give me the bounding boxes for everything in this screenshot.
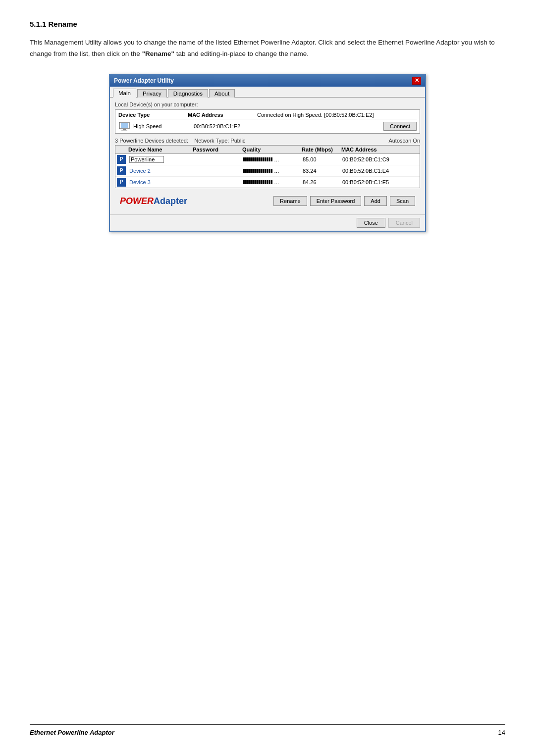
- quality-bars-2: [243, 169, 272, 173]
- device-mac-1: 00:B0:52:0B:C1:C9: [340, 155, 420, 163]
- section-title: 5.1.1 Rename: [30, 20, 505, 28]
- device-pass-1: [192, 158, 241, 160]
- device-name-cell-1: [127, 155, 192, 164]
- device-name-cell-3: Device 3: [127, 178, 192, 186]
- tab-main[interactable]: Main: [113, 89, 136, 98]
- svg-rect-1: [121, 123, 128, 128]
- window-title: Power Adapter Utility: [114, 77, 174, 84]
- main-tab-content: Local Device(s) on your computer: Device…: [110, 98, 425, 214]
- device-quality-2: …: [241, 167, 301, 175]
- device-rate-3: 84.26: [301, 178, 340, 186]
- device-quality-1: …: [241, 155, 301, 163]
- tab-about[interactable]: About: [209, 89, 235, 98]
- device-type: High Speed: [133, 123, 191, 129]
- device-mac-3: 00:B0:52:0B:C1:E5: [340, 178, 420, 186]
- footer-page: 14: [498, 729, 505, 736]
- device-name-cell-2: Device 2: [127, 167, 192, 175]
- col-header-rate: Rate (Mbps): [300, 146, 339, 153]
- col-header-password: Password: [191, 146, 240, 153]
- utility-window: Power Adapter Utility ✕ Main Privacy Dia…: [109, 74, 426, 232]
- bottom-bar: Close Cancel: [110, 214, 425, 231]
- add-btn[interactable]: Add: [364, 196, 387, 206]
- window-content: Main Privacy Diagnostics About Local Dev…: [110, 87, 425, 231]
- svg-rect-3: [121, 130, 127, 131]
- scan-btn[interactable]: Scan: [390, 196, 415, 206]
- powerline-detected: 3 Powerline Devices detected: Network Ty…: [115, 138, 245, 144]
- local-devices-label: Local Device(s) on your computer:: [115, 101, 420, 107]
- col-header-mac: MAC Address: [188, 112, 257, 118]
- devices-info-bar: 3 Powerline Devices detected: Network Ty…: [115, 138, 420, 144]
- table-row: P Device 2: [115, 165, 420, 177]
- local-device-row: High Speed 00:B0:52:0B:C1:E2 Connect: [118, 121, 417, 131]
- device-rate-2: 83.24: [301, 167, 340, 175]
- tab-bar: Main Privacy Diagnostics About: [110, 87, 425, 98]
- table-row: P Device 3: [115, 177, 420, 188]
- device-pass-2: [192, 170, 241, 172]
- connect-btn[interactable]: Connect: [383, 122, 417, 131]
- logo-blue: Adapter: [154, 196, 187, 206]
- titlebar: Power Adapter Utility ✕: [110, 75, 425, 87]
- col-header-name: Device Name: [126, 146, 191, 153]
- device-p-icon-2: P: [117, 166, 126, 175]
- device-icon: [118, 121, 130, 131]
- device-name-input-1[interactable]: [129, 156, 164, 163]
- cancel-btn[interactable]: Cancel: [388, 218, 420, 228]
- rename-btn[interactable]: Rename: [273, 196, 307, 206]
- col-header-quality: Quality: [240, 146, 300, 153]
- close-btn[interactable]: Close: [357, 218, 385, 228]
- device-table-header: Device Type MAC Address Connected on Hig…: [118, 112, 417, 119]
- local-device-box: Device Type MAC Address Connected on Hig…: [115, 109, 420, 134]
- device-name-label-2: Device 2: [129, 168, 151, 174]
- quality-bars-3: [243, 180, 272, 184]
- description: This Management Utility allows you to ch…: [30, 37, 505, 60]
- devices-table: Device Name Password Quality Rate (Mbps)…: [115, 145, 420, 188]
- tab-diagnostics[interactable]: Diagnostics: [168, 89, 208, 98]
- power-logo: POWERAdapter: [120, 196, 187, 206]
- logo-red: POWER: [120, 196, 154, 206]
- device-name-label-3: Device 3: [129, 179, 151, 185]
- device-quality-3: …: [241, 178, 301, 186]
- tab-privacy[interactable]: Privacy: [137, 89, 167, 98]
- svg-rect-2: [123, 129, 126, 130]
- col-header-mac: MAC Address: [339, 146, 420, 153]
- footer-title: Ethernet Powerline Adaptor: [30, 729, 114, 736]
- col-header-type: Device Type: [118, 112, 188, 118]
- autoscan-label: Autoscan On: [388, 138, 420, 144]
- table-row: P: [115, 154, 420, 165]
- quality-bars-1: [243, 157, 272, 161]
- connected-info-header: Connected on High Speed. [00:B0:52:0B:C1…: [257, 112, 417, 118]
- page-footer: Ethernet Powerline Adaptor 14: [30, 724, 505, 736]
- action-bar: POWERAdapter Rename Enter Password Add S…: [115, 192, 420, 210]
- devices-table-header: Device Name Password Quality Rate (Mbps)…: [115, 146, 420, 154]
- enter-password-btn[interactable]: Enter Password: [310, 196, 362, 206]
- device-pass-3: [192, 181, 241, 183]
- window-close-btn[interactable]: ✕: [412, 77, 421, 85]
- device-mac-2: 00:B0:52:0B:C1:E4: [340, 167, 420, 175]
- device-p-icon-1: P: [117, 155, 126, 164]
- device-mac: 00:B0:52:0B:C1:E2: [194, 123, 263, 129]
- device-p-icon-3: P: [117, 178, 126, 187]
- computer-icon: [119, 122, 130, 131]
- device-rate-1: 85.00: [301, 155, 340, 163]
